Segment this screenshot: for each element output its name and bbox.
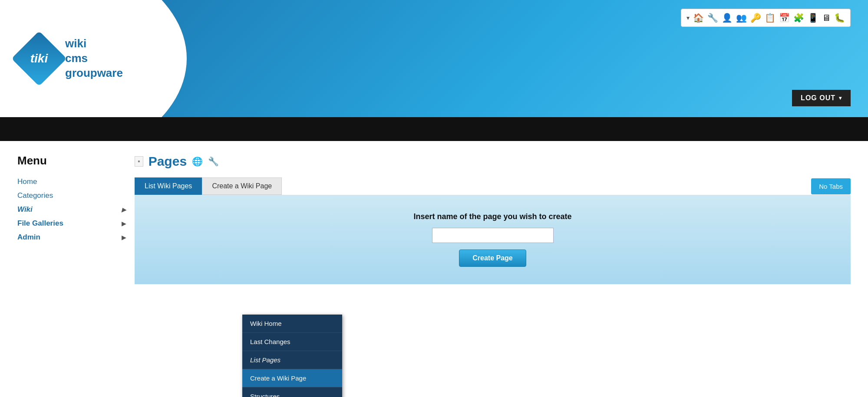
sidebar-file-galleries-arrow-icon: ▶ bbox=[122, 220, 126, 227]
sidebar-item-file-galleries[interactable]: File Galleries ▶ bbox=[17, 218, 126, 229]
tab-create-wiki-page[interactable]: Create a Wiki Page bbox=[202, 177, 282, 195]
sidebar-wiki-arrow-icon: ▶ bbox=[122, 207, 126, 213]
logo-diamond: tiki bbox=[11, 31, 66, 86]
wiki-menu-item-home[interactable]: Wiki Home bbox=[242, 315, 342, 333]
logout-button[interactable]: LOG OUT ▾ bbox=[792, 90, 851, 106]
page-name-input[interactable] bbox=[432, 228, 554, 243]
bug-icon[interactable]: 🐛 bbox=[834, 13, 845, 23]
header-toolbar: ▾ 🏠 🔧 👤 👥 🔑 📋 📅 🧩 📱 🖥 🐛 bbox=[681, 9, 851, 27]
create-page-button[interactable]: Create Page bbox=[459, 249, 526, 267]
page-area: ▪ Pages 🌐 🔧 List Wiki Pages Create a Wik… bbox=[126, 154, 851, 284]
page-header: ▪ Pages 🌐 🔧 bbox=[135, 154, 851, 169]
settings-icon[interactable]: 🔧 bbox=[208, 156, 219, 167]
nav-bar bbox=[0, 117, 868, 141]
sidebar: Menu Home Categories Wiki ▶ File Galleri… bbox=[17, 154, 126, 284]
wrench-icon[interactable]: 🔧 bbox=[707, 13, 718, 23]
sidebar-item-home[interactable]: Home bbox=[17, 176, 126, 187]
logout-label: LOG OUT bbox=[801, 94, 835, 102]
home-icon[interactable]: 🏠 bbox=[693, 13, 704, 23]
logo-area: tiki wiki cms groupware bbox=[0, 0, 187, 117]
wiki-menu-item-home-label: Wiki Home bbox=[250, 320, 282, 327]
insert-label: Insert name of the page you wish to crea… bbox=[413, 212, 571, 221]
collapse-icon: ▪ bbox=[138, 157, 140, 165]
tab-content-create: Insert name of the page you wish to crea… bbox=[135, 195, 851, 284]
logo-text-tiki: tiki bbox=[30, 52, 48, 66]
logo-shape: tiki wiki cms groupware bbox=[11, 9, 176, 108]
wiki-menu-item-create-wiki-page-label: Create a Wiki Page bbox=[250, 374, 306, 382]
no-tabs-button[interactable]: No Tabs bbox=[811, 178, 851, 194]
tabs-row: List Wiki Pages Create a Wiki Page No Ta… bbox=[135, 177, 851, 195]
tab-list-wiki-pages-label: List Wiki Pages bbox=[145, 182, 192, 190]
create-page-label: Create Page bbox=[472, 254, 513, 262]
wiki-menu-item-list-pages[interactable]: List Pages bbox=[242, 351, 342, 369]
mobile-icon[interactable]: 📱 bbox=[808, 13, 818, 23]
logo-line3: groupware bbox=[65, 66, 123, 81]
users-icon[interactable]: 👥 bbox=[736, 13, 747, 23]
sidebar-item-wiki[interactable]: Wiki ▶ bbox=[17, 204, 126, 215]
wiki-menu-item-structures-label: Structures bbox=[250, 393, 280, 397]
sidebar-item-file-galleries-label: File Galleries bbox=[17, 219, 63, 228]
calendar-icon[interactable]: 📅 bbox=[779, 13, 790, 23]
plugin-icon[interactable]: 🧩 bbox=[793, 13, 804, 23]
wiki-menu-item-create-wiki-page[interactable]: Create a Wiki Page bbox=[242, 369, 342, 387]
layout-icon[interactable]: 📋 bbox=[765, 13, 776, 23]
sidebar-item-admin-label: Admin bbox=[17, 233, 40, 242]
desktop-icon[interactable]: 🖥 bbox=[822, 13, 831, 23]
tab-create-wiki-page-label: Create a Wiki Page bbox=[212, 182, 272, 190]
info-icon[interactable]: 🌐 bbox=[192, 156, 203, 167]
no-tabs-label: No Tabs bbox=[819, 183, 843, 190]
main-content: Menu Home Categories Wiki ▶ File Galleri… bbox=[0, 141, 868, 297]
logout-arrow-icon: ▾ bbox=[839, 95, 842, 101]
sidebar-nav: Home Categories Wiki ▶ File Galleries ▶ … bbox=[17, 176, 126, 243]
wiki-menu-item-list-pages-label: List Pages bbox=[250, 356, 281, 364]
sidebar-item-categories[interactable]: Categories bbox=[17, 190, 126, 201]
tabs-left: List Wiki Pages Create a Wiki Page bbox=[135, 177, 282, 195]
tab-list-wiki-pages[interactable]: List Wiki Pages bbox=[135, 177, 202, 195]
user-icon[interactable]: 👤 bbox=[722, 13, 733, 23]
page-title: Pages bbox=[149, 154, 187, 169]
sidebar-title: Menu bbox=[17, 154, 126, 167]
logo-line1: wiki bbox=[65, 36, 123, 51]
sidebar-item-categories-label: Categories bbox=[17, 191, 53, 200]
sidebar-item-wiki-label: Wiki bbox=[17, 205, 33, 214]
toolbar-dropdown-icon[interactable]: ▾ bbox=[686, 14, 690, 21]
sidebar-admin-arrow-icon: ▶ bbox=[122, 234, 126, 241]
collapse-button[interactable]: ▪ bbox=[135, 156, 143, 167]
wiki-menu-item-last-changes[interactable]: Last Changes bbox=[242, 333, 342, 351]
wiki-dropdown-menu: Wiki Home Last Changes List Pages Create… bbox=[242, 315, 342, 397]
sidebar-item-home-label: Home bbox=[17, 177, 37, 186]
wiki-menu-item-structures[interactable]: Structures bbox=[242, 387, 342, 397]
header: tiki wiki cms groupware ▾ 🏠 🔧 👤 👥 🔑 📋 📅 … bbox=[0, 0, 868, 117]
logo-text-block: wiki cms groupware bbox=[65, 36, 123, 80]
sidebar-item-admin[interactable]: Admin ▶ bbox=[17, 232, 126, 243]
logo-line2: cms bbox=[65, 51, 123, 66]
key-icon[interactable]: 🔑 bbox=[750, 13, 761, 23]
wiki-menu-item-last-changes-label: Last Changes bbox=[250, 338, 290, 345]
